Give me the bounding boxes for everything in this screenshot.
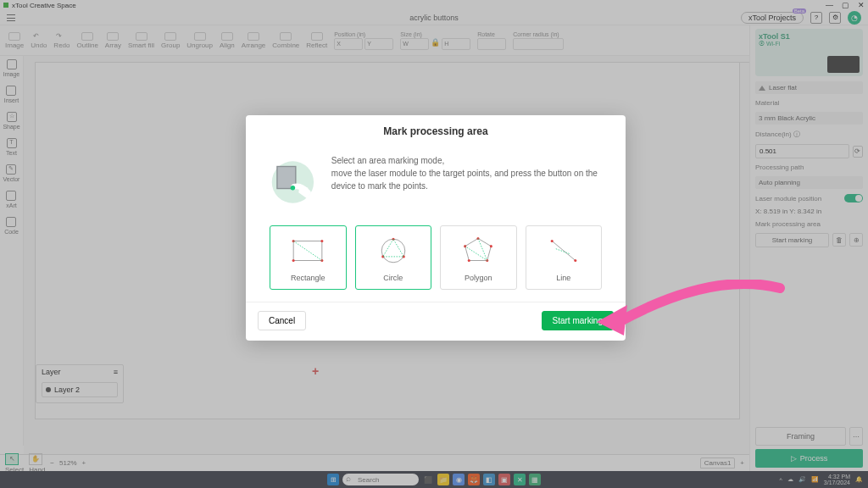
layers-menu-icon[interactable]: ≡ <box>114 368 118 376</box>
canvas-tab[interactable]: Canvas1 <box>700 458 736 469</box>
xtool-projects-label: xTool Projects <box>748 14 796 22</box>
bottom-bar: ↖ Select ✋ Hand − 512% + Canvas1 + <box>0 454 749 471</box>
start-button[interactable]: ⊞ <box>327 474 339 485</box>
position-fields: Position (in) <box>334 31 393 50</box>
modal-description: Select an area marking mode, move the la… <box>331 151 602 214</box>
mark-delete-button[interactable]: 🗑 <box>832 233 846 247</box>
shape-options: Rectangle Circle Polygon Line <box>246 217 626 302</box>
app-icon-1[interactable]: ◧ <box>483 474 495 485</box>
device-image <box>827 56 860 73</box>
tool-arrange[interactable]: Arrange <box>242 32 265 49</box>
lt-shape[interactable]: ☆Shape <box>3 112 19 130</box>
svg-line-23 <box>556 249 570 254</box>
tool-undo[interactable]: ↶Undo <box>31 32 47 49</box>
origin-crosshair: + <box>312 364 319 378</box>
framing-button[interactable]: Framing <box>755 427 846 446</box>
modal-illustration <box>270 151 316 214</box>
svg-point-16 <box>490 245 492 247</box>
shape-rectangle[interactable]: Rectangle <box>270 225 347 290</box>
zoom-level[interactable]: 512% <box>59 459 76 467</box>
tool-redo[interactable]: ↷Redo <box>53 32 70 49</box>
rotate-input[interactable] <box>477 38 506 50</box>
mark-area-modal: Mark processing area Select an area mark… <box>246 115 626 341</box>
tool-ungroup[interactable]: Ungroup <box>186 32 213 49</box>
mark-add-button[interactable]: ⊕ <box>849 233 863 247</box>
size-fields: Size (in) 🔒 <box>400 31 470 50</box>
svg-point-6 <box>321 240 324 242</box>
tool-align[interactable]: Align <box>220 32 235 49</box>
lmp-label: Laser module position <box>755 195 821 202</box>
lt-vector[interactable]: ✎Vector <box>3 164 20 182</box>
app-title: xTool Creative Space <box>12 2 76 9</box>
left-toolbar: Image Insert ☆Shape TText ✎Vector xArt C… <box>0 56 24 446</box>
tool-array[interactable]: Array <box>105 32 121 49</box>
path-label: Processing path <box>755 164 863 171</box>
app-icon <box>3 3 8 8</box>
shape-polygon[interactable]: Polygon <box>440 225 517 290</box>
framing-options-button[interactable]: ⋯ <box>849 427 863 446</box>
material-label: Material <box>755 99 863 107</box>
windows-taskbar: ⊞ Search ⬛ 📁 ◉ 🦊 ◧ ▣ ✕ ▦ ^☁🔊📶 4:32 PM 3/… <box>0 471 868 488</box>
tool-group[interactable]: Group <box>161 32 180 49</box>
lmp-toggle[interactable] <box>844 194 863 202</box>
tool-combine[interactable]: Combine <box>272 32 299 49</box>
svg-point-7 <box>292 259 295 262</box>
shape-line[interactable]: Line <box>526 225 603 290</box>
lt-insert[interactable]: Insert <box>4 86 19 103</box>
app-icon-2[interactable]: ▣ <box>498 474 510 485</box>
start-marking-button[interactable]: Start marking <box>542 311 614 330</box>
select-tool[interactable]: ↖ <box>5 453 19 465</box>
device-name: xTool S1 <box>759 32 860 41</box>
path-select[interactable]: Auto planning <box>755 176 863 189</box>
menu-icon[interactable] <box>7 14 15 21</box>
refresh-distance-button[interactable]: ⟳ <box>853 146 863 158</box>
settings-icon[interactable]: ⚙ <box>829 12 841 24</box>
layer-name: Layer 2 <box>54 385 80 394</box>
task-icon[interactable]: ⬛ <box>422 474 434 485</box>
app-header: acrylic buttons xTool Projects Beta ? ⚙ … <box>0 10 868 25</box>
app-icon-3[interactable]: ▦ <box>529 474 541 485</box>
layers-panel: Layer≡ Layer 2 <box>36 364 124 403</box>
lt-image[interactable]: Image <box>3 59 19 77</box>
tool-image[interactable]: Image <box>5 32 24 49</box>
svg-marker-14 <box>465 238 492 260</box>
chrome-icon[interactable]: ◉ <box>453 474 465 485</box>
material-select[interactable]: 3 mm Black Acrylic <box>755 112 863 125</box>
start-marking-side-button[interactable]: Start marking <box>755 233 829 247</box>
layer-row[interactable]: Layer 2 <box>42 382 118 397</box>
tool-reflect[interactable]: Reflect <box>306 32 327 49</box>
corner-input[interactable] <box>513 38 564 50</box>
lt-xart[interactable]: xArt <box>6 191 16 208</box>
xtool-taskbar-icon[interactable]: ✕ <box>514 474 526 485</box>
firefox-icon[interactable]: 🦊 <box>468 474 480 485</box>
svg-point-3 <box>291 186 295 190</box>
process-button[interactable]: ▷Process <box>755 449 863 468</box>
size-w-input[interactable] <box>400 38 429 50</box>
lt-code[interactable]: Code <box>4 217 19 235</box>
xtool-projects-button[interactable]: xTool Projects Beta <box>741 12 804 24</box>
minimize-button[interactable]: — <box>826 1 833 9</box>
add-canvas-button[interactable]: + <box>740 459 744 467</box>
laser-head-select[interactable]: Laser flat <box>755 81 863 94</box>
pos-x-input[interactable] <box>334 38 363 50</box>
cancel-button[interactable]: Cancel <box>258 311 306 330</box>
tool-outline[interactable]: Outline <box>76 32 97 49</box>
close-button[interactable]: ✕ <box>858 1 865 9</box>
svg-point-18 <box>468 259 470 262</box>
system-tray[interactable]: ^☁🔊📶 4:32 PM 3/17/2024 🔔 <box>780 474 863 485</box>
device-connection: ⦿ Wi-Fi <box>759 41 860 47</box>
taskbar-search[interactable]: Search <box>342 474 419 485</box>
hand-tool[interactable]: ✋ <box>29 453 42 465</box>
shape-circle[interactable]: Circle <box>355 225 432 290</box>
pos-y-input[interactable] <box>364 38 393 50</box>
tool-smartfill[interactable]: Smart fill <box>128 32 154 49</box>
rotate-field: Rotate <box>477 31 506 50</box>
maximize-button[interactable]: ▢ <box>842 1 849 9</box>
device-card[interactable]: xTool S1 ⦿ Wi-Fi <box>755 29 863 76</box>
size-h-input[interactable] <box>442 38 470 50</box>
help-icon[interactable]: ? <box>810 12 822 24</box>
explorer-icon[interactable]: 📁 <box>437 474 449 485</box>
lt-text[interactable]: TText <box>6 138 17 156</box>
avatar[interactable]: ◔ <box>848 11 861 25</box>
distance-input[interactable] <box>755 144 849 158</box>
